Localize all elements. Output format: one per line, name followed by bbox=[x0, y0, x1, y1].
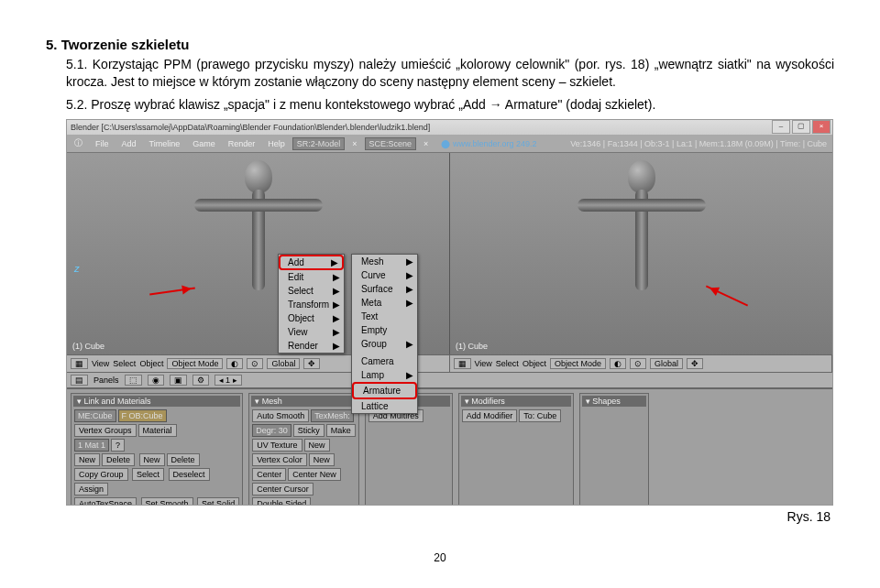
context-object[interactable]: Object▶ bbox=[279, 311, 344, 325]
mat-val[interactable]: 1 Mat 1 bbox=[74, 439, 109, 452]
menu-game[interactable]: Game bbox=[187, 138, 221, 149]
context-icon[interactable]: ⚙ bbox=[192, 375, 209, 386]
frame-num[interactable]: ◂ 1 ▸ bbox=[214, 375, 242, 386]
btn-uvtex[interactable]: UV Texture bbox=[252, 439, 302, 452]
menu-timeline[interactable]: Timeline bbox=[144, 138, 186, 149]
vt-manip-icon[interactable]: ✥ bbox=[687, 358, 703, 369]
screen-selector[interactable]: SR:2-Model bbox=[292, 137, 346, 150]
btn-autotex[interactable]: AutoTexSpace bbox=[74, 497, 137, 506]
vt-global[interactable]: Global bbox=[650, 358, 683, 369]
blender-url: ⬤ www.blender.org 249.2 bbox=[441, 139, 536, 148]
panel-title: ▾ Mesh bbox=[251, 396, 357, 407]
sub-lattice[interactable]: Lattice bbox=[352, 399, 417, 413]
btn-addmodifier[interactable]: Add Modifier bbox=[462, 409, 518, 422]
btn-assign[interactable]: Assign bbox=[74, 483, 108, 495]
btn-sticky[interactable]: Sticky bbox=[293, 424, 324, 437]
page-number: 20 bbox=[46, 551, 834, 564]
menu-file[interactable]: File bbox=[90, 138, 115, 149]
axis-z-label: z bbox=[74, 263, 80, 274]
degr-field[interactable]: Degr: 30 bbox=[252, 424, 292, 437]
vp-toolbar-right: ▦ View Select Object Object Mode ◐ ⊙ Glo… bbox=[450, 354, 833, 372]
sub-curve[interactable]: Curve▶ bbox=[352, 268, 417, 282]
viewport-right[interactable]: (1) Cube bbox=[450, 153, 832, 354]
vt-manip-icon[interactable]: ✥ bbox=[303, 358, 320, 369]
viewport-left[interactable]: z (1) Cube Add▶ Edit▶ Select▶ Transform▶… bbox=[67, 153, 450, 354]
context-menu-main[interactable]: Add▶ Edit▶ Select▶ Transform▶ Object▶ Vi… bbox=[278, 254, 345, 354]
menu-add[interactable]: Add bbox=[116, 138, 142, 149]
vt-view[interactable]: View bbox=[92, 359, 109, 368]
btn-new[interactable]: New bbox=[304, 439, 330, 452]
context-icon[interactable]: ⬚ bbox=[125, 375, 142, 386]
vt-global[interactable]: Global bbox=[267, 358, 300, 369]
btn-make[interactable]: Make bbox=[326, 424, 356, 437]
sub-lamp[interactable]: Lamp▶ bbox=[352, 368, 417, 382]
stats-text: Ve:1346 | Fa:1344 | Ob:3-1 | La:1 | Mem:… bbox=[570, 139, 832, 148]
close-icon[interactable]: × bbox=[346, 138, 362, 149]
btn-deselect[interactable]: Deselect bbox=[169, 468, 210, 481]
context-menu-sub[interactable]: Mesh▶ Curve▶ Surface▶ Meta▶ Text Empty G… bbox=[351, 254, 418, 414]
vt-pivot-icon[interactable]: ⊙ bbox=[247, 358, 263, 369]
btn-doublesided[interactable]: Double Sided bbox=[252, 497, 311, 506]
paragraph-2: 5.2. Proszę wybrać klawisz „spacja" i z … bbox=[66, 96, 834, 114]
buttons-header: ▤ Panels ⬚ ◉ ▣ ⚙ ◂ 1 ▸ bbox=[67, 372, 832, 388]
sub-armature[interactable]: Armature bbox=[352, 382, 417, 399]
btn-center[interactable]: Center bbox=[252, 468, 286, 481]
btn-centernew[interactable]: Center New bbox=[288, 468, 341, 481]
ob-field[interactable]: F OB:Cube bbox=[118, 409, 167, 422]
sub-surface[interactable]: Surface▶ bbox=[352, 282, 417, 296]
me-field[interactable]: ME:Cube bbox=[74, 409, 116, 422]
vt-object[interactable]: Object bbox=[522, 359, 546, 368]
btn-copygroup[interactable]: Copy Group bbox=[74, 468, 128, 481]
sub-mesh[interactable]: Mesh▶ bbox=[352, 255, 417, 268]
btn-autosmooth[interactable]: Auto Smooth bbox=[252, 409, 309, 422]
menu-help[interactable]: Help bbox=[262, 138, 291, 149]
section-heading: 5. Tworzenie szkieletu bbox=[46, 37, 834, 52]
context-edit[interactable]: Edit▶ bbox=[279, 270, 344, 284]
panels-icon[interactable]: ▤ bbox=[71, 375, 88, 386]
sub-text[interactable]: Text bbox=[352, 310, 417, 323]
maximize-button[interactable]: ▢ bbox=[792, 120, 810, 134]
btn-vcolor[interactable]: Vertex Color bbox=[252, 453, 307, 466]
sub-empty[interactable]: Empty bbox=[352, 323, 417, 337]
context-view[interactable]: View▶ bbox=[279, 325, 344, 339]
vt-object[interactable]: Object bbox=[139, 359, 163, 368]
sub-camera[interactable]: Camera bbox=[352, 354, 417, 368]
vt-icon[interactable]: ▦ bbox=[454, 358, 471, 369]
minimize-button[interactable]: – bbox=[772, 120, 790, 134]
menu-render[interactable]: Render bbox=[223, 138, 261, 149]
vt-mode[interactable]: Object Mode bbox=[167, 358, 223, 369]
vt-pivot-icon[interactable]: ⊙ bbox=[630, 358, 646, 369]
close-icon[interactable]: × bbox=[418, 138, 434, 149]
top-menubar: ⓘ File Add Timeline Game Render Help SR:… bbox=[67, 136, 832, 153]
context-select[interactable]: Select▶ bbox=[279, 284, 344, 298]
vt-mode[interactable]: Object Mode bbox=[550, 358, 606, 369]
scene-selector[interactable]: SCE:Scene bbox=[365, 137, 417, 150]
btn-new[interactable]: New bbox=[139, 453, 165, 466]
btn-select[interactable]: Select bbox=[132, 468, 164, 481]
btn-centercursor[interactable]: Center Cursor bbox=[252, 483, 314, 495]
close-button[interactable]: × bbox=[812, 120, 830, 134]
vt-select[interactable]: Select bbox=[113, 359, 136, 368]
context-icon[interactable]: ◉ bbox=[148, 375, 164, 386]
btn-new[interactable]: New bbox=[309, 453, 335, 466]
context-icon[interactable]: ▣ bbox=[170, 375, 187, 386]
titlebar-text: Blender [C:\Users\ssamolej\AppData\Roami… bbox=[71, 123, 430, 132]
vt-shading-icon[interactable]: ◐ bbox=[610, 358, 626, 369]
vt-view[interactable]: View bbox=[475, 359, 492, 368]
vt-select[interactable]: Select bbox=[496, 359, 519, 368]
texmesh-field[interactable]: TexMesh: bbox=[311, 409, 354, 422]
vt-shading-icon[interactable]: ◐ bbox=[226, 358, 243, 369]
btn-delete[interactable]: Delete bbox=[167, 453, 200, 466]
vt-icon[interactable]: ▦ bbox=[71, 358, 88, 369]
context-transform[interactable]: Transform▶ bbox=[279, 298, 344, 311]
btn-setsmooth[interactable]: Set Smooth bbox=[141, 497, 193, 506]
menu-icon[interactable]: ⓘ bbox=[69, 136, 88, 150]
btn-new[interactable]: New bbox=[74, 453, 100, 466]
context-render[interactable]: Render▶ bbox=[279, 339, 344, 353]
btn-delete[interactable]: Delete bbox=[102, 453, 135, 466]
sub-group[interactable]: Group▶ bbox=[352, 337, 417, 351]
red-arrow-left bbox=[149, 287, 195, 295]
btn-setsolid[interactable]: Set Solid bbox=[197, 497, 239, 506]
context-add[interactable]: Add▶ bbox=[279, 255, 344, 270]
sub-meta[interactable]: Meta▶ bbox=[352, 296, 417, 310]
